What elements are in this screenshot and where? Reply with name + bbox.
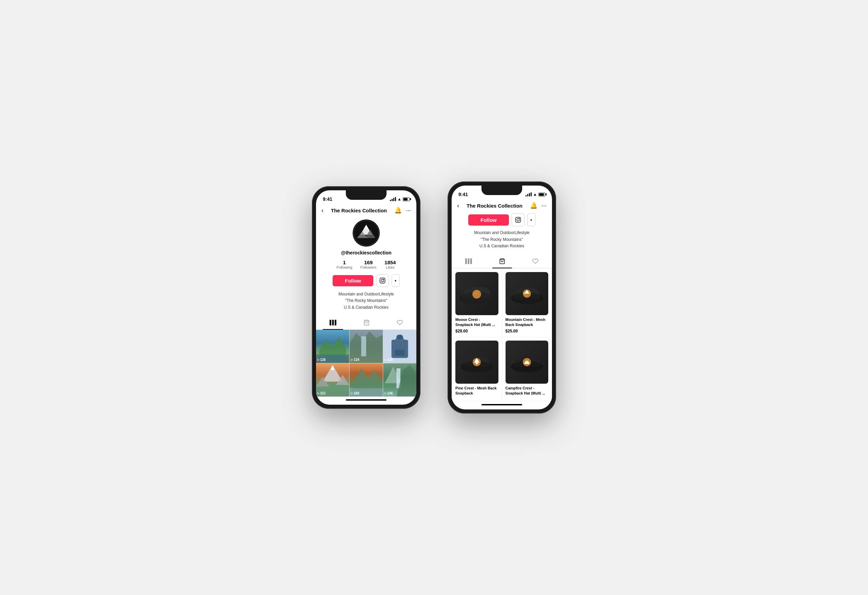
product-grid-2: 🦌 Moose Crest - Snapback Hat (Multi ... …	[452, 268, 552, 401]
more-icon-2[interactable]: ···	[542, 202, 546, 209]
phone-2-screen: 9:41 ▲ ‹ The Rockies Collection 🔔	[452, 185, 552, 409]
phone-2: 9:41 ▲ ‹ The Rockies Collection 🔔	[447, 182, 556, 413]
shop-follow-row-2: Follow ▾	[468, 213, 535, 226]
svg-rect-66	[527, 361, 528, 362]
video-thumb-6[interactable]: ▷ 146	[383, 363, 416, 397]
product-image-pine	[455, 340, 498, 384]
follow-button-2[interactable]: Follow	[468, 215, 509, 226]
product-name-pine: Pine Crest - Mesh Back Snapback	[455, 386, 498, 396]
instagram-button-2[interactable]	[512, 213, 524, 226]
svg-rect-63	[524, 363, 525, 364]
product-name-moose: Moose Crest - Snapback Hat (Multi ...	[455, 317, 498, 328]
play-count-3: ▷ 128	[384, 358, 393, 362]
bio-1: Mountain and OutdoorLifestyle "The Rocky…	[338, 291, 394, 311]
followers-stat: 169 Followers	[360, 259, 376, 269]
svg-rect-40	[465, 259, 467, 264]
phone-1-screen: 9:41 ▲ ‹ The Rockies Collection 🔔	[316, 190, 416, 405]
video-thumb-3[interactable]: ▷ 128	[383, 330, 416, 363]
product-image-moose: 🦌	[455, 272, 498, 315]
nav-icons-2: 🔔 ···	[530, 202, 546, 209]
dropdown-button-2[interactable]: ▾	[527, 213, 535, 226]
following-label: Following	[337, 265, 352, 269]
video-thumb-1[interactable]: ▷ 126	[316, 330, 349, 363]
tab-liked-2[interactable]	[526, 256, 545, 268]
notification-icon-1[interactable]: 🔔	[394, 207, 402, 214]
instagram-icon-2	[515, 217, 521, 223]
followers-label: Followers	[360, 265, 376, 269]
hat-svg-pine	[458, 349, 495, 375]
shop-header-2: Follow ▾ Mountain and OutdoorLifestyle "…	[452, 212, 552, 254]
play-count-5: ▷ 160	[351, 391, 359, 395]
tab-videos-1[interactable]	[323, 318, 343, 329]
tabs-1	[316, 315, 416, 330]
instagram-button-1[interactable]	[376, 274, 389, 287]
video-thumb-5[interactable]: ▷ 160	[350, 363, 383, 397]
nav-title-1: The Rockies Collection	[331, 207, 387, 213]
svg-rect-65	[526, 361, 527, 362]
svg-rect-22	[396, 335, 403, 340]
back-button-1[interactable]: ‹	[322, 207, 323, 214]
svg-rect-64	[528, 363, 529, 364]
product-card-moose[interactable]: 🦌 Moose Crest - Snapback Hat (Multi ... …	[452, 269, 502, 337]
svg-rect-62	[525, 362, 528, 364]
avatar-svg-1	[353, 220, 379, 246]
more-icon-1[interactable]: ···	[406, 207, 411, 214]
product-price-mountain: $25.00	[506, 329, 549, 333]
svg-rect-37	[515, 218, 520, 222]
play-icon-4: ▷	[317, 392, 319, 395]
play-count-1: ▷ 126	[317, 358, 326, 362]
likes-count: 1854	[384, 259, 396, 265]
scene: 9:41 ▲ ‹ The Rockies Collection 🔔	[298, 168, 570, 427]
tabs-2	[452, 254, 552, 268]
likes-stat: 1854 Likes	[384, 259, 396, 269]
product-card-pine[interactable]: Pine Crest - Mesh Back Snapback	[452, 337, 502, 401]
status-icons-2: ▲	[526, 192, 545, 197]
tab-liked-1[interactable]	[390, 318, 410, 329]
tab-videos-2[interactable]	[458, 256, 479, 268]
status-time-1: 9:41	[323, 197, 332, 202]
video-thumb-2[interactable]: ▷ 134	[350, 330, 383, 363]
signal-icon-1	[390, 197, 396, 201]
back-button-2[interactable]: ‹	[457, 202, 459, 209]
play-icon-5: ▷	[351, 392, 353, 395]
video-thumb-4[interactable]: ▷ 151	[316, 363, 349, 397]
play-count-4: ▷ 151	[317, 391, 326, 395]
follow-button-1[interactable]: Follow	[333, 275, 373, 286]
instagram-icon-1	[379, 277, 385, 284]
profile-section-1: @therockiescollection 1 Following 169 Fo…	[316, 217, 416, 315]
status-time-2: 9:41	[458, 192, 468, 197]
liked-icon-2	[532, 258, 539, 264]
followers-count: 169	[360, 259, 376, 265]
wifi-icon-2: ▲	[533, 192, 537, 197]
play-icon-1: ▷	[317, 358, 319, 361]
play-icon-2: ▷	[351, 358, 353, 361]
play-count-6: ▷ 146	[384, 391, 393, 395]
notification-icon-2[interactable]: 🔔	[530, 202, 537, 209]
svg-rect-6	[380, 278, 385, 283]
play-count-2: ▷ 134	[351, 358, 359, 362]
home-bar-1	[346, 399, 387, 401]
shop-icon-1	[363, 320, 370, 326]
video-grid-1: ▷ 126	[316, 330, 416, 397]
product-card-mountain[interactable]: Mountain Crest - Mesh Back Snapback $25.…	[502, 269, 552, 337]
nav-title-2: The Rockies Collection	[466, 203, 523, 209]
svg-text:🦌: 🦌	[474, 292, 480, 298]
dropdown-button-1[interactable]: ▾	[392, 274, 400, 287]
status-icons-1: ▲	[390, 197, 410, 201]
following-stat: 1 Following	[337, 259, 352, 269]
nav-bar-1: ‹ The Rockies Collection 🔔 ···	[316, 205, 416, 217]
product-name-mountain: Mountain Crest - Mesh Back Snapback	[506, 317, 549, 328]
product-image-campfire	[506, 340, 549, 384]
bio-2: Mountain and OutdoorLifestyle "The Rocky…	[474, 229, 529, 249]
tab-shop-1[interactable]	[357, 318, 376, 329]
tab-shop-2[interactable]	[492, 256, 512, 268]
product-card-campfire[interactable]: Campfire Crest - Snapback Hat (Multi ...	[502, 337, 552, 401]
follow-row-1: Follow ▾	[333, 274, 400, 287]
play-icon-3: ▷	[384, 358, 387, 361]
nav-icons-1: 🔔 ···	[394, 207, 411, 214]
svg-rect-18	[361, 336, 366, 356]
home-indicator-2	[452, 401, 552, 410]
shop-icon-2	[499, 258, 505, 264]
notch-1	[346, 190, 387, 200]
signal-icon-2	[526, 192, 531, 197]
